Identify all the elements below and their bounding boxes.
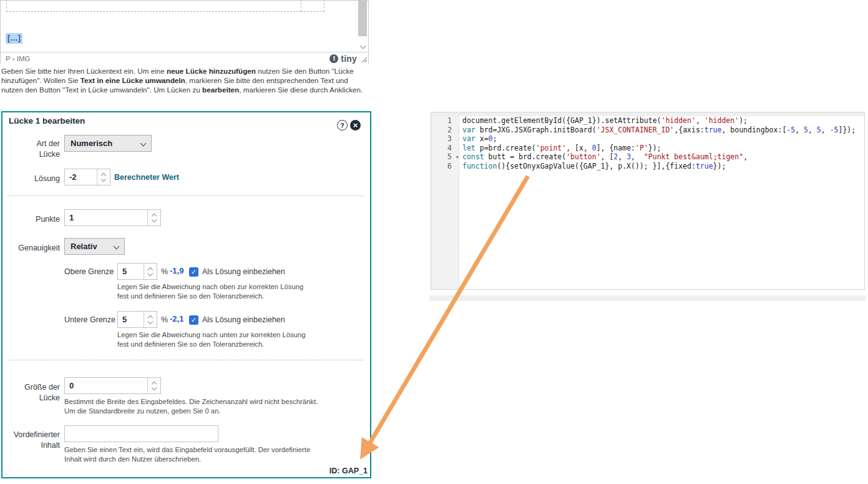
image-placeholder-outline-small[interactable]: [301, 1, 324, 12]
gap-type-select[interactable]: Numerisch: [64, 135, 152, 152]
gap-size-input-group: [64, 377, 161, 394]
code-line[interactable]: 1document.getElementById({GAP_1}).setAtt…: [431, 116, 864, 126]
stepper-down-icon: [101, 176, 106, 181]
stepper-down-icon: [152, 217, 157, 222]
editor-scrollbar[interactable]: [358, 1, 368, 52]
gap-size-stepper[interactable]: [147, 378, 160, 393]
upper-bound-input[interactable]: [118, 264, 144, 279]
points-input-group: [64, 209, 161, 226]
gap-size-help: Bestimmt die Breite des Eingabefeldes. D…: [64, 397, 339, 417]
fold-arrow-icon[interactable]: ▾: [456, 153, 459, 162]
divider: [7, 195, 364, 196]
lower-bound-include-checkbox[interactable]: [189, 315, 198, 325]
close-icon[interactable]: [350, 120, 361, 131]
upper-bound-help: Legen Sie die Abweichung nach oben zur k…: [117, 282, 336, 302]
line-number: 6: [431, 162, 459, 171]
solution-input-group: [64, 169, 110, 185]
chevron-down-icon: [140, 141, 147, 147]
element-path[interactable]: P › IMG: [6, 55, 30, 62]
lower-bound-stepper[interactable]: [144, 312, 157, 327]
accuracy-select[interactable]: Relativ: [64, 238, 125, 255]
line-number: 3: [431, 134, 459, 144]
lower-bound-computed-value: -2,1: [170, 314, 183, 323]
code-text: const butt = brd.create('button', [2, 3,…: [459, 152, 748, 162]
solution-input[interactable]: [65, 169, 97, 185]
separator-bar: [429, 295, 866, 301]
gap-type-label: Art der Lücke: [5, 139, 60, 160]
computed-value-link[interactable]: Berechneter Wert: [114, 173, 179, 182]
lower-bound-input[interactable]: [118, 312, 144, 327]
upper-bound-unit: %: [161, 267, 168, 276]
help-icon[interactable]: [337, 120, 348, 131]
line-number: 1: [431, 116, 459, 126]
line-number: 4: [431, 144, 459, 153]
rich-text-editor: […] P › IMG t tiny: [0, 0, 369, 64]
solution-label: Lösung: [5, 174, 60, 184]
predefined-content-input-wrap: [64, 425, 218, 442]
stepper-down-icon: [148, 319, 153, 323]
code-text: var brd=JXG.JSXGraph.initBoard('JSX_CONT…: [459, 126, 856, 135]
divider: [7, 360, 364, 360]
code-editor[interactable]: 1document.getElementById({GAP_1}).setAtt…: [431, 112, 865, 290]
chevron-down-icon: [359, 42, 366, 49]
lower-bound-input-group: [117, 311, 157, 328]
upper-bound-input-group: [117, 263, 157, 280]
accuracy-value: Relativ: [71, 242, 97, 251]
tiny-brand[interactable]: t tiny: [329, 54, 357, 64]
instructions-text: Geben Sie bitte hier Ihren Lückentext ei…: [1, 66, 376, 95]
predefined-content-help: Geben Sie einen Text ein, wird das Einga…: [64, 445, 333, 465]
stepper-down-icon: [148, 270, 153, 275]
accuracy-label: Genauigkeit: [5, 243, 60, 254]
image-placeholder-outline[interactable]: [6, 1, 301, 12]
tiny-logo-icon: t: [329, 54, 338, 63]
upper-bound-stepper[interactable]: [144, 264, 157, 279]
predefined-content-input[interactable]: [65, 426, 218, 442]
lower-bound-label: Untere Grenze: [64, 315, 115, 324]
code-text: document.getElementById({GAP_1}).setAttr…: [459, 116, 748, 126]
panel-title: Lücke 1 bearbeiten: [9, 116, 85, 126]
upper-bound-label: Obere Grenze: [64, 267, 114, 276]
gap-id-label: ID: GAP_1: [329, 467, 368, 475]
lower-bound-unit: %: [161, 315, 168, 324]
predefined-content-label: Vordefinierter Inhalt: [5, 430, 60, 451]
upper-bound-checkbox-label: Als Lösung einbeziehen: [202, 267, 285, 276]
editor-content-area[interactable]: […]: [1, 1, 368, 52]
resize-grip-icon[interactable]: [361, 56, 367, 62]
code-text: var x=0;: [459, 134, 497, 144]
stepper-down-icon: [152, 385, 157, 390]
gap-size-input[interactable]: [65, 378, 147, 393]
line-number: 5▾: [431, 152, 459, 162]
lower-bound-help: Legen Sie die Abweichung nach unten zur …: [117, 330, 336, 350]
code-text: let p=brd.create('point', [x, 0], {name:…: [459, 144, 661, 153]
scrollbar-thumb[interactable]: [358, 1, 367, 36]
code-line[interactable]: 4let p=brd.create('point', [x, 0], {name…: [431, 144, 864, 153]
gap-edit-panel: Lücke 1 bearbeiten Art der Lücke Numeris…: [1, 111, 371, 478]
solution-stepper[interactable]: [97, 169, 110, 185]
lower-bound-checkbox-label: Als Lösung einbeziehen: [202, 315, 285, 324]
page: […] P › IMG t tiny Geben Sie bitte hier …: [0, 0, 868, 484]
points-input[interactable]: [65, 210, 147, 225]
code-text: function(){setOnyxGapValue({GAP_1}, p.X(…: [459, 162, 726, 171]
upper-bound-include-checkbox[interactable]: [189, 267, 198, 277]
code-line[interactable]: 5▾const butt = brd.create('button', [2, …: [431, 152, 864, 162]
gap-size-label: Größe der Lücke: [5, 382, 60, 403]
gap-chip[interactable]: […]: [6, 33, 22, 44]
tiny-brand-label: tiny: [341, 54, 357, 64]
scrollbar-down-button[interactable]: [358, 39, 368, 52]
code-line[interactable]: 3var x=0;: [431, 134, 864, 144]
points-label: Punkte: [5, 214, 60, 225]
code-line[interactable]: 2var brd=JXG.JSXGraph.initBoard('JSX_CON…: [431, 126, 864, 135]
points-stepper[interactable]: [147, 210, 160, 225]
editor-statusbar: P › IMG t tiny: [1, 52, 368, 64]
code-lines[interactable]: 1document.getElementById({GAP_1}).setAtt…: [431, 116, 864, 289]
code-line[interactable]: 6function(){setOnyxGapValue({GAP_1}, p.X…: [431, 162, 864, 171]
chevron-down-icon: [114, 244, 120, 250]
upper-bound-computed-value: -1,9: [170, 266, 183, 275]
gap-type-value: Numerisch: [71, 139, 112, 148]
line-number: 2: [431, 126, 459, 135]
